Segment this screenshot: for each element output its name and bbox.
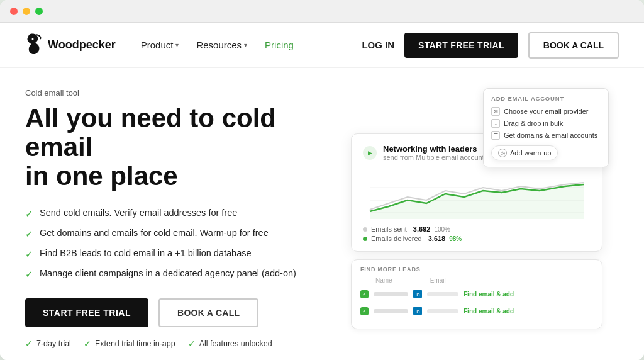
row-checkbox[interactable]: ✓ bbox=[360, 307, 369, 315]
badge-features: ✓ All features unlocked bbox=[188, 339, 272, 349]
feature-item: ✓ Find B2B leads to cold email in a +1 b… bbox=[25, 247, 309, 261]
legend-sent: Emails sent 3,692 100% bbox=[363, 225, 591, 233]
add-email-item-3: ☰ Get domains & email accounts bbox=[491, 131, 601, 140]
linkedin-icon: in bbox=[413, 290, 422, 298]
feature-item: ✓ Manage client campaigns in a dedicated… bbox=[25, 267, 309, 281]
email-placeholder bbox=[427, 292, 458, 296]
hero-book-call-button[interactable]: BOOK A CALL bbox=[158, 298, 258, 327]
add-email-item-1: ✉ Choose your email provider bbox=[491, 107, 601, 116]
nav-product[interactable]: Product ▾ bbox=[141, 40, 179, 50]
email-placeholder bbox=[427, 309, 458, 313]
find-email-button[interactable]: Find email & add bbox=[464, 291, 514, 298]
nav-actions: LOG IN START FREE TRIAL BOOK A CALL bbox=[362, 32, 619, 59]
check-icon: ✓ bbox=[25, 267, 33, 281]
add-email-title: ADD EMAIL ACCOUNT bbox=[491, 95, 601, 102]
hero-features: ✓ Send cold emails. Verify email address… bbox=[25, 206, 309, 281]
chart-area bbox=[363, 169, 591, 219]
nav-resources[interactable]: Resources ▾ bbox=[196, 40, 247, 50]
hero-section: Cold email tool All you need to cold ema… bbox=[0, 68, 644, 360]
delivered-dot bbox=[363, 237, 367, 241]
nav-links: Product ▾ Resources ▾ Pricing bbox=[141, 40, 362, 50]
card-title: Networking with leaders bbox=[383, 144, 498, 154]
hero-tag: Cold email tool bbox=[25, 88, 309, 98]
find-email-button[interactable]: Find email & add bbox=[464, 308, 514, 315]
maximize-dot[interactable] bbox=[35, 8, 43, 15]
log-in-button[interactable]: LOG IN bbox=[362, 40, 394, 50]
badge-extend: ✓ Extend trial time in-app bbox=[84, 339, 175, 349]
hero-start-trial-button[interactable]: START FREE TRIAL bbox=[25, 298, 148, 327]
close-dot[interactable] bbox=[10, 8, 18, 15]
page-content: Woodpecker Product ▾ Resources ▾ Pricing… bbox=[0, 23, 644, 360]
product-chevron-icon: ▾ bbox=[175, 42, 179, 48]
add-email-card: ADD EMAIL ACCOUNT ✉ Choose your email pr… bbox=[483, 88, 609, 167]
browser-chrome bbox=[0, 0, 644, 23]
name-placeholder bbox=[374, 292, 408, 296]
warmup-pill[interactable]: ◎ Add warm-up bbox=[491, 145, 558, 160]
card-title-info: Networking with leaders send from Multip… bbox=[383, 144, 498, 161]
navbar: Woodpecker Product ▾ Resources ▾ Pricing… bbox=[0, 23, 644, 68]
email-chart bbox=[363, 169, 591, 219]
check-icon: ✓ bbox=[25, 207, 33, 220]
row-checkbox[interactable]: ✓ bbox=[360, 290, 369, 298]
hero-title: All you need to cold email in one place bbox=[25, 104, 309, 191]
leads-row: ✓ in Find email & add bbox=[360, 304, 593, 318]
logo-text: Woodpecker bbox=[48, 38, 116, 52]
hero-badges: ✓ 7-day trial ✓ Extend trial time in-app… bbox=[25, 339, 309, 360]
badge-trial: ✓ 7-day trial bbox=[25, 339, 71, 349]
card-subtitle: send from Multiple email accounts (5) bbox=[383, 154, 498, 161]
nav-start-trial-button[interactable]: START FREE TRIAL bbox=[404, 33, 518, 58]
check-icon: ✓ bbox=[25, 227, 33, 240]
logo[interactable]: Woodpecker bbox=[25, 33, 116, 58]
legend-delivered: Emails delivered 3,618 98% bbox=[363, 235, 591, 242]
feature-item: ✓ Get domains and emails for cold email.… bbox=[25, 227, 309, 240]
minimize-dot[interactable] bbox=[23, 8, 30, 15]
feature-item: ✓ Send cold emails. Verify email address… bbox=[25, 206, 309, 220]
linkedin-icon: in bbox=[413, 307, 422, 315]
nav-book-call-button[interactable]: BOOK A CALL bbox=[528, 32, 619, 59]
browser-window: Woodpecker Product ▾ Resources ▾ Pricing… bbox=[0, 0, 644, 360]
hero-right: ADD EMAIL ACCOUNT ✉ Choose your email pr… bbox=[335, 88, 619, 360]
domains-icon: ☰ bbox=[491, 131, 500, 140]
badge-check-icon: ✓ bbox=[84, 339, 91, 349]
sent-dot bbox=[363, 227, 367, 232]
hero-buttons: START FREE TRIAL BOOK A CALL bbox=[25, 298, 309, 327]
warmup-icon: ◎ bbox=[498, 149, 507, 157]
play-icon: ▶ bbox=[363, 146, 377, 160]
svg-point-0 bbox=[32, 38, 34, 40]
hero-left: Cold email tool All you need to cold ema… bbox=[25, 88, 309, 360]
logo-icon bbox=[25, 33, 43, 58]
check-icon: ✓ bbox=[25, 247, 33, 261]
add-email-item-2: ⤓ Drag & drop in bulk bbox=[491, 119, 601, 128]
resources-chevron-icon: ▾ bbox=[244, 42, 247, 48]
name-placeholder bbox=[374, 309, 408, 313]
leads-card: FIND MORE LEADS Name Email ✓ bbox=[351, 259, 602, 329]
leads-row: ✓ in Find email & add bbox=[360, 287, 593, 301]
badge-check-icon: ✓ bbox=[25, 339, 33, 349]
leads-table-head: Name Email bbox=[360, 277, 593, 284]
badge-check-icon: ✓ bbox=[188, 339, 196, 349]
email-provider-icon: ✉ bbox=[491, 107, 500, 116]
drag-drop-icon: ⤓ bbox=[491, 119, 500, 128]
nav-pricing[interactable]: Pricing bbox=[265, 40, 294, 50]
chart-legend: Emails sent 3,692 100% Emails delivered … bbox=[363, 225, 591, 242]
leads-header: FIND MORE LEADS bbox=[360, 266, 593, 273]
mockup-container: ADD EMAIL ACCOUNT ✉ Choose your email pr… bbox=[351, 88, 602, 329]
